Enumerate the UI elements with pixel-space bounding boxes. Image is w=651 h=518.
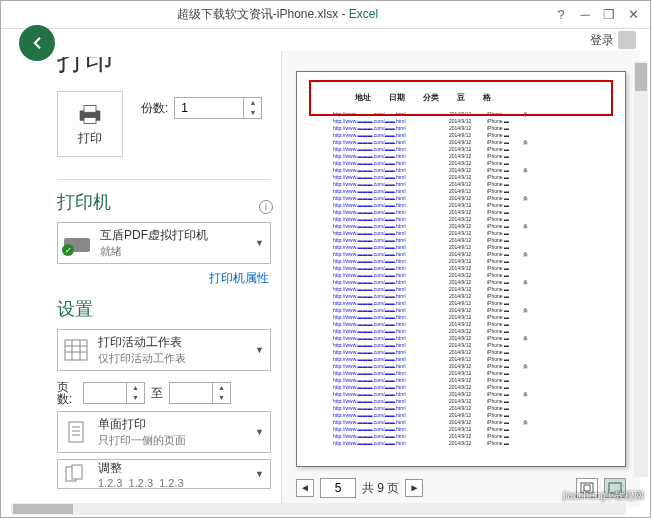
printer-properties-link[interactable]: 打印机属性 <box>57 270 269 287</box>
table-row: http://www.▬▬▬.com/▬▬.html2014/9/12iPhon… <box>333 363 589 370</box>
page-total-label: 共 9 页 <box>362 480 399 497</box>
next-page-button[interactable]: ► <box>405 479 423 497</box>
preview-panel: 地址 日期 分类 豆 格 http://www.▬▬▬.com/▬▬.html2… <box>281 51 640 507</box>
copies-spinner[interactable]: ▲ ▼ <box>174 97 262 119</box>
table-row: http://www.▬▬▬.com/▬▬.html2014/9/12iPhon… <box>333 426 589 433</box>
table-row: http://www.▬▬▬.com/▬▬.html2014/9/12iPhon… <box>333 202 589 209</box>
collate-dropdown[interactable]: 调整 1.2.3 1.2.3 1.2.3 ▼ <box>57 459 271 489</box>
table-row: http://www.▬▬▬.com/▬▬.html2014/9/12iPhon… <box>333 307 589 314</box>
spinner-down[interactable]: ▼ <box>244 108 261 118</box>
printer-name: 互盾PDF虚拟打印机 <box>100 227 208 244</box>
table-row: http://www.▬▬▬.com/▬▬.html2014/9/12iPhon… <box>333 335 589 342</box>
avatar-icon <box>618 31 636 49</box>
table-row: http://www.▬▬▬.com/▬▬.html2014/9/12iPhon… <box>333 132 589 139</box>
table-row: http://www.▬▬▬.com/▬▬.html2014/9/12iPhon… <box>333 125 589 132</box>
table-row: http://www.▬▬▬.com/▬▬.html2014/9/12iPhon… <box>333 244 589 251</box>
table-row: http://www.▬▬▬.com/▬▬.html2014/9/12iPhon… <box>333 153 589 160</box>
table-row: http://www.▬▬▬.com/▬▬.html2014/9/12iPhon… <box>333 174 589 181</box>
scrollbar-thumb[interactable] <box>635 63 647 91</box>
spinner-up[interactable]: ▲ <box>244 98 261 108</box>
print-what-sub: 仅打印活动工作表 <box>98 351 186 366</box>
table-row: http://www.▬▬▬.com/▬▬.html2014/9/12iPhon… <box>333 279 589 286</box>
print-button-label: 打印 <box>78 130 102 147</box>
page-number-input[interactable] <box>320 478 356 498</box>
spinner-arrows: ▲ ▼ <box>243 98 261 118</box>
window-controls: ? ─ ❐ ✕ <box>554 8 650 22</box>
filename: 超级下载软文资讯-iPhone.xlsx <box>177 7 338 21</box>
login-label: 登录 <box>590 32 614 49</box>
spinner-up[interactable]: ▲ <box>127 383 144 393</box>
table-row: http://www.▬▬▬.com/▬▬.html2014/9/12iPhon… <box>333 181 589 188</box>
table-row: http://www.▬▬▬.com/▬▬.html2014/9/12iPhon… <box>333 321 589 328</box>
table-row: http://www.▬▬▬.com/▬▬.html2014/9/12iPhon… <box>333 160 589 167</box>
restore-button[interactable]: ❐ <box>602 8 616 22</box>
table-row: http://www.▬▬▬.com/▬▬.html2014/9/12iPhon… <box>333 356 589 363</box>
svg-rect-8 <box>69 422 83 442</box>
table-row: http://www.▬▬▬.com/▬▬.html2014/9/12iPhon… <box>333 265 589 272</box>
spinner-down[interactable]: ▼ <box>213 393 230 403</box>
print-button[interactable]: 打印 <box>57 91 123 157</box>
horizontal-scrollbar[interactable] <box>11 503 626 515</box>
table-row: http://www.▬▬▬.com/▬▬.html2014/9/12iPhon… <box>333 384 589 391</box>
help-button[interactable]: ? <box>554 8 568 22</box>
table-row: http://www.▬▬▬.com/▬▬.html2014/9/12iPhon… <box>333 195 589 202</box>
page-from-spinner[interactable]: ▲▼ <box>83 382 145 404</box>
spinner-up[interactable]: ▲ <box>213 383 230 393</box>
minimize-button[interactable]: ─ <box>578 8 592 22</box>
printer-device-icon: ✓ <box>64 232 92 254</box>
svg-rect-13 <box>72 465 82 479</box>
table-row: http://www.▬▬▬.com/▬▬.html2014/9/12iPhon… <box>333 328 589 335</box>
spinner-down[interactable]: ▼ <box>127 393 144 403</box>
table-row: http://www.▬▬▬.com/▬▬.html2014/9/12iPhon… <box>333 209 589 216</box>
login-area[interactable]: 登录 <box>590 31 636 49</box>
main-area: 打印 打印 份数: ▲ ▼ 打印机 i <box>11 51 640 507</box>
table-row: http://www.▬▬▬.com/▬▬.html2014/9/12iPhon… <box>333 342 589 349</box>
page-to-spinner[interactable]: ▲▼ <box>169 382 231 404</box>
separator <box>57 179 271 180</box>
print-what-text: 打印活动工作表 仅打印活动工作表 <box>98 334 186 366</box>
collate-text: 调整 1.2.3 1.2.3 1.2.3 <box>98 460 184 489</box>
chevron-down-icon: ▼ <box>255 469 264 479</box>
copies-input[interactable] <box>175 98 243 118</box>
table-row: http://www.▬▬▬.com/▬▬.html2014/9/12iPhon… <box>333 349 589 356</box>
svg-rect-2 <box>84 117 96 123</box>
prev-page-button[interactable]: ◄ <box>296 479 314 497</box>
preview-table-body: http://www.▬▬▬.com/▬▬.html2014/9/12iPhon… <box>315 111 607 447</box>
page-to-input[interactable] <box>170 383 212 403</box>
sheet-icon <box>64 339 88 361</box>
sided-dropdown[interactable]: 单面打印 只打印一侧的页面 ▼ <box>57 411 271 453</box>
scrollbar-thumb[interactable] <box>13 504 73 514</box>
table-row: http://www.▬▬▬.com/▬▬.html2014/9/12iPhon… <box>333 314 589 321</box>
collate-title: 调整 <box>98 460 184 477</box>
to-label: 至 <box>151 385 163 402</box>
sided-text: 单面打印 只打印一侧的页面 <box>98 416 186 448</box>
print-what-dropdown[interactable]: 打印活动工作表 仅打印活动工作表 ▼ <box>57 329 271 371</box>
table-row: http://www.▬▬▬.com/▬▬.html2014/9/12iPhon… <box>333 440 589 447</box>
table-row: http://www.▬▬▬.com/▬▬.html2014/9/12iPhon… <box>333 412 589 419</box>
page-from-input[interactable] <box>84 383 126 403</box>
chevron-down-icon: ▼ <box>255 345 264 355</box>
settings-section-title: 设置 <box>57 297 271 321</box>
printer-dropdown[interactable]: ✓ 互盾PDF虚拟打印机 就绪 ▼ <box>57 222 271 264</box>
copies-row: 份数: ▲ ▼ <box>141 97 262 119</box>
table-row: http://www.▬▬▬.com/▬▬.html2014/9/12iPhon… <box>333 286 589 293</box>
pages-label: 页 数: <box>57 381 77 405</box>
table-row: http://www.▬▬▬.com/▬▬.html2014/9/12iPhon… <box>333 370 589 377</box>
copies-label: 份数: <box>141 100 168 117</box>
svg-rect-1 <box>84 105 96 112</box>
arrow-left-icon <box>28 34 46 52</box>
collate-icon <box>64 463 88 485</box>
highlight-box <box>309 80 613 116</box>
close-button[interactable]: ✕ <box>626 8 640 22</box>
vertical-scrollbar[interactable] <box>634 61 648 477</box>
table-row: http://www.▬▬▬.com/▬▬.html2014/9/12iPhon… <box>333 272 589 279</box>
info-icon[interactable]: i <box>259 200 273 214</box>
table-row: http://www.▬▬▬.com/▬▬.html2014/9/12iPhon… <box>333 230 589 237</box>
page-preview: 地址 日期 分类 豆 格 http://www.▬▬▬.com/▬▬.html2… <box>296 71 626 467</box>
page-title: 打印 <box>57 57 271 81</box>
table-row: http://www.▬▬▬.com/▬▬.html2014/9/12iPhon… <box>333 188 589 195</box>
table-row: http://www.▬▬▬.com/▬▬.html2014/9/12iPhon… <box>333 237 589 244</box>
printer-icon <box>76 102 104 126</box>
table-row: http://www.▬▬▬.com/▬▬.html2014/9/12iPhon… <box>333 139 589 146</box>
table-row: http://www.▬▬▬.com/▬▬.html2014/9/12iPhon… <box>333 391 589 398</box>
